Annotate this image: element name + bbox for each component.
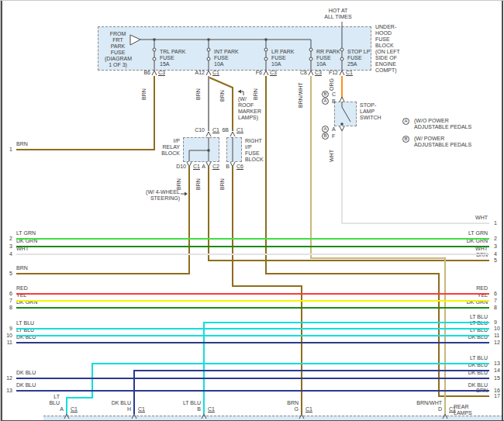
fuse-terminal xyxy=(340,57,343,60)
wire-wire-roof-marker-branch xyxy=(209,78,233,131)
wire-wire-right-17-brn xyxy=(266,76,489,396)
junction-dot xyxy=(340,123,343,126)
connector-arrow-up xyxy=(206,71,211,75)
wire-layer xyxy=(1,1,504,421)
junction-dot xyxy=(264,38,268,41)
note-arrowhead xyxy=(185,192,188,196)
diagram-source-triangle xyxy=(130,35,140,45)
junction-dot xyxy=(153,38,156,41)
fuse-terminal xyxy=(207,48,210,51)
connector-arrow-up xyxy=(202,414,206,419)
connector-arrow-up xyxy=(340,71,344,75)
connector-arrow-down xyxy=(187,162,192,167)
wire-wire-right-14-dkblu xyxy=(134,371,489,414)
fuse-terminal xyxy=(207,57,210,60)
fuse-terminal xyxy=(340,48,343,51)
connector-arrow-up xyxy=(206,132,211,136)
fuse-terminal xyxy=(153,48,156,51)
junction-dot xyxy=(207,149,210,152)
wire-wire-left-5-brn xyxy=(16,167,189,274)
fuse-terminal xyxy=(309,48,312,51)
connector-arrow-down xyxy=(340,126,344,131)
wire-switch-blade xyxy=(342,107,350,122)
connector-arrow-up xyxy=(152,71,157,75)
junction-dot xyxy=(207,38,210,41)
wiring-diagram-canvas: HOT AT ALL TIMES UNDER- HOOD FUSE BLOCK … xyxy=(0,0,504,421)
connector-arrow-up xyxy=(443,414,447,419)
connector-arrow-up xyxy=(309,71,313,75)
connector-arrow-up xyxy=(64,414,69,419)
connector-arrow-up xyxy=(299,414,304,419)
connector-arrow-up xyxy=(264,71,268,75)
wire-wire-rear-g-brn xyxy=(233,167,302,414)
wire-relay-internal-b xyxy=(189,150,209,161)
wire-wire-left-1-brn xyxy=(16,76,154,150)
fuse-terminal xyxy=(264,48,268,51)
connector-arrow-up xyxy=(132,414,136,419)
connector-arrow-down xyxy=(230,162,235,167)
connector-arrow-up xyxy=(340,97,344,102)
fuse-terminal xyxy=(309,57,312,60)
note-arrowhead xyxy=(238,90,241,94)
fuse-terminal xyxy=(153,57,156,60)
connector-arrow-down xyxy=(206,162,211,167)
wire-wire-right-1-wht xyxy=(342,131,489,223)
fuse-terminal xyxy=(264,57,268,60)
connector-arrow-up xyxy=(230,132,235,136)
